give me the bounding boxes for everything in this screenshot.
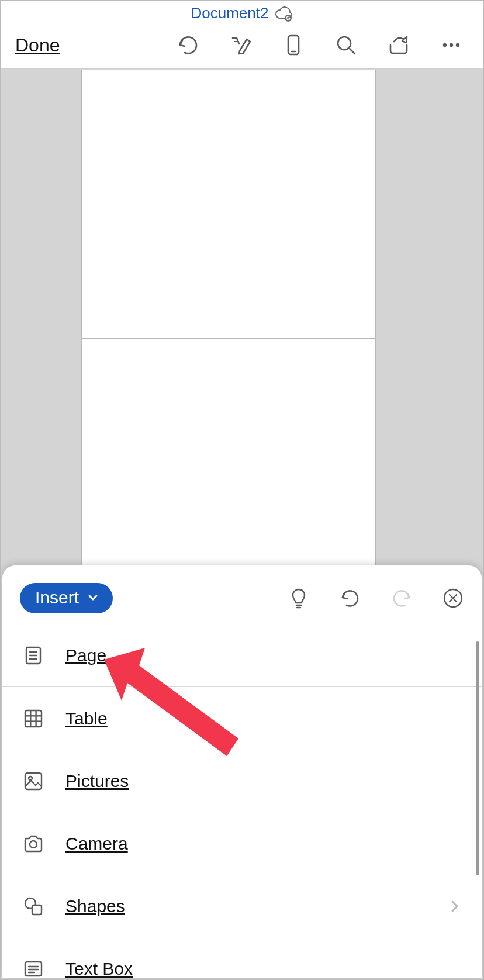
menu-item-label: Text Box (65, 959, 133, 979)
svg-point-0 (285, 15, 292, 22)
svg-rect-20 (25, 773, 42, 789)
titlebar: Document2 (1, 1, 483, 26)
toolbar-actions (177, 33, 469, 57)
insert-tab-label: Insert (35, 588, 79, 608)
undo-icon[interactable] (177, 33, 200, 57)
search-icon[interactable] (334, 33, 358, 57)
camera-icon (22, 833, 44, 855)
textbox-icon (22, 958, 44, 980)
svg-point-22 (30, 841, 37, 848)
document-title[interactable]: Document2 (191, 4, 269, 22)
menu-item-label: Page (65, 646, 106, 665)
svg-point-7 (456, 43, 459, 47)
svg-line-4 (350, 49, 355, 54)
share-icon[interactable] (387, 33, 410, 57)
topbar: Document2 Done (1, 1, 483, 69)
table-icon (22, 708, 44, 730)
menu-item-label: Table (65, 709, 108, 729)
svg-rect-24 (32, 905, 42, 915)
undo-sheet-icon[interactable] (339, 587, 361, 609)
shapes-icon (22, 895, 44, 917)
more-icon[interactable] (440, 33, 463, 57)
svg-point-5 (443, 43, 447, 47)
app-root: Document2 Done (0, 0, 484, 980)
menu-item-shapes[interactable]: Shapes (2, 875, 482, 937)
menu-item-label: Pictures (65, 771, 129, 791)
svg-point-6 (450, 43, 453, 47)
menu-item-camera[interactable]: Camera (2, 812, 482, 875)
lightbulb-icon[interactable] (288, 587, 310, 609)
chevron-right-icon (448, 899, 462, 913)
close-sheet-icon[interactable] (442, 587, 464, 609)
insert-menu: Page Table (2, 624, 482, 980)
menu-item-textbox[interactable]: Text Box (2, 937, 482, 980)
bottom-sheet: Insert (2, 565, 482, 978)
cloud-sync-icon[interactable] (274, 4, 293, 23)
svg-rect-15 (25, 710, 42, 727)
pictures-icon (22, 770, 44, 792)
done-button[interactable]: Done (15, 34, 60, 56)
chevron-down-icon (87, 592, 99, 603)
insert-tab-dropdown[interactable]: Insert (20, 583, 113, 613)
svg-point-21 (29, 777, 32, 780)
toolbar: Done (1, 26, 483, 68)
scrollbar[interactable] (476, 641, 479, 875)
page-icon (22, 644, 44, 667)
draw-icon[interactable] (229, 33, 253, 57)
svg-point-3 (338, 37, 351, 50)
sheet-action-icons (288, 587, 464, 609)
document-page[interactable] (81, 70, 376, 339)
mobile-view-icon[interactable] (282, 33, 305, 57)
menu-item-label: Camera (65, 834, 128, 854)
menu-item-pictures[interactable]: Pictures (2, 750, 482, 812)
menu-item-page[interactable]: Page (2, 624, 482, 686)
sheet-header: Insert (2, 572, 482, 624)
redo-sheet-icon (390, 587, 413, 609)
menu-item-label: Shapes (65, 896, 125, 916)
menu-item-table[interactable]: Table (2, 687, 482, 750)
